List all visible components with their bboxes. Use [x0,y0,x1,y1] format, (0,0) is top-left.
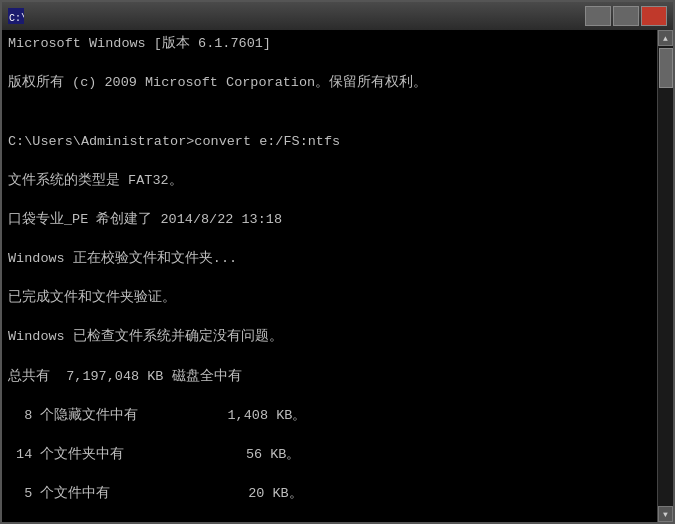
close-button[interactable] [641,6,667,26]
scroll-up-arrow[interactable]: ▲ [658,30,673,46]
titlebar: C:\ [2,2,673,30]
scroll-down-arrow[interactable]: ▼ [658,506,673,522]
console-output[interactable]: Microsoft Windows [版本 6.1.7601] 版权所有 (c)… [2,30,657,522]
scrollbar-track[interactable] [658,46,673,506]
scrollbar-thumb[interactable] [659,48,673,88]
svg-text:C:\: C:\ [9,13,24,24]
maximize-button[interactable] [613,6,639,26]
minimize-button[interactable] [585,6,611,26]
window-controls [585,6,667,26]
console-area: Microsoft Windows [版本 6.1.7601] 版权所有 (c)… [2,30,673,522]
window: C:\ Microsoft Windows [版本 6.1.7601] 版权所有… [0,0,675,524]
scrollbar[interactable]: ▲ ▼ [657,30,673,522]
cmd-icon: C:\ [8,8,24,24]
